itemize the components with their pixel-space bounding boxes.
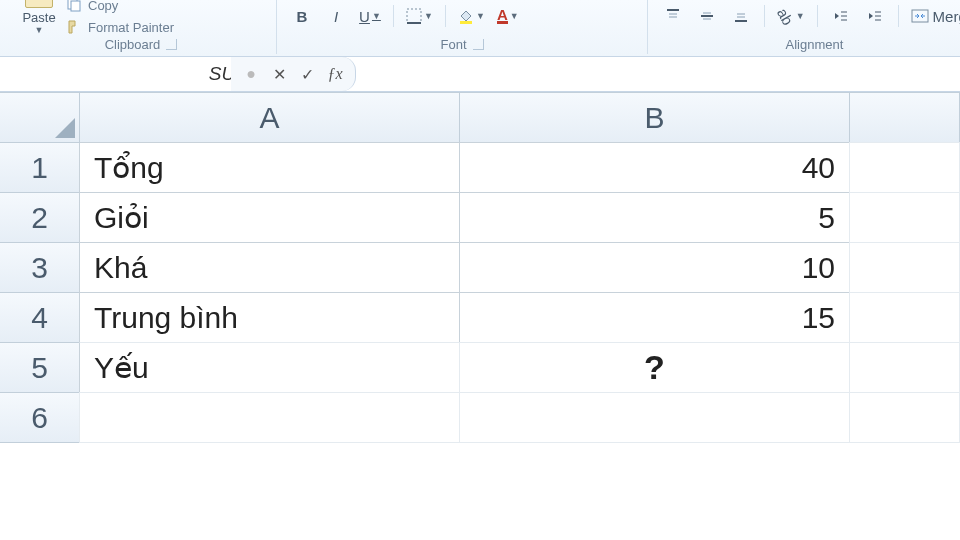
cell-C6[interactable] [849, 392, 960, 443]
increase-indent-icon [867, 8, 883, 24]
font-color-icon: A [497, 9, 508, 24]
clipboard-mini-column: Copy Format Painter [66, 0, 174, 36]
font-color-button[interactable]: A ▼ [493, 3, 523, 29]
decrease-indent-icon [833, 8, 849, 24]
cell-B2[interactable]: 5 [459, 192, 850, 243]
separator [817, 5, 818, 27]
cell-A3[interactable]: Khá [79, 242, 460, 293]
decrease-indent-button[interactable] [826, 3, 856, 29]
row-header-1[interactable]: 1 [0, 142, 80, 193]
chevron-down-icon: ▼ [476, 11, 485, 21]
cell-C5[interactable] [849, 342, 960, 393]
cell-A1[interactable]: Tổng [79, 142, 460, 193]
group-font: B I U▼ ▼ ▼ A ▼ [277, 0, 648, 54]
dialog-launcher-icon[interactable] [166, 39, 177, 50]
italic-button[interactable]: I [321, 3, 351, 29]
cell-A4[interactable]: Trung bình [79, 292, 460, 343]
cell-A2[interactable]: Giỏi [79, 192, 460, 243]
format-painter-label: Format Painter [88, 20, 174, 35]
separator [898, 5, 899, 27]
cell-C4[interactable] [849, 292, 960, 343]
col-header-A[interactable]: A [79, 92, 460, 143]
paintbrush-icon [66, 19, 82, 35]
cell-B4[interactable]: 15 [459, 292, 850, 343]
borders-icon [406, 8, 422, 24]
clipboard-icon [25, 0, 53, 8]
svg-rect-1 [71, 1, 80, 11]
bucket-icon [458, 8, 474, 24]
cancel-button[interactable]: ✕ [267, 62, 291, 86]
cell-B1[interactable]: 40 [459, 142, 850, 193]
formula-bar: ▼ ● ✕ ✓ ƒx [0, 57, 960, 92]
ribbon: Paste ▼ Copy Format Painter [0, 0, 960, 57]
merge-label: Merg [933, 8, 960, 25]
merge-button[interactable]: Merg [907, 3, 960, 29]
cell-B5[interactable]: ? [459, 342, 850, 393]
formula-input[interactable] [356, 57, 960, 91]
align-top-icon [665, 8, 681, 24]
row-header-2[interactable]: 2 [0, 192, 80, 243]
separator [445, 5, 446, 27]
underline-button[interactable]: U▼ [355, 3, 385, 29]
underline-label: U [359, 8, 370, 25]
formula-controls: ● ✕ ✓ ƒx [231, 57, 356, 91]
group-label-alignment: Alignment [785, 37, 843, 52]
align-top-button[interactable] [658, 3, 688, 29]
orientation-icon: ab [774, 5, 797, 28]
row-header-3[interactable]: 3 [0, 242, 80, 293]
chevron-down-icon: ▼ [424, 11, 433, 21]
group-clipboard: Paste ▼ Copy Format Painter [6, 0, 277, 54]
svg-rect-4 [460, 21, 472, 24]
row-header-6[interactable]: 6 [0, 392, 80, 443]
borders-button[interactable]: ▼ [402, 3, 437, 29]
select-all-corner[interactable] [0, 92, 80, 143]
name-box-input[interactable] [0, 57, 263, 91]
cell-A5[interactable]: Yếu [79, 342, 460, 393]
paste-label: Paste [22, 10, 55, 25]
copy-button[interactable]: Copy [66, 0, 174, 14]
chevron-down-icon: ▼ [510, 11, 519, 21]
separator [393, 5, 394, 27]
align-bottom-button[interactable] [726, 3, 756, 29]
group-alignment: ab▼ Merg Alignment [648, 0, 960, 54]
cell-C2[interactable] [849, 192, 960, 243]
merge-icon [911, 8, 929, 24]
copy-label: Copy [88, 0, 118, 13]
align-bottom-icon [733, 8, 749, 24]
increase-indent-button[interactable] [860, 3, 890, 29]
cell-C3[interactable] [849, 242, 960, 293]
row-header-4[interactable]: 4 [0, 292, 80, 343]
svg-rect-20 [912, 10, 928, 22]
row-header-5[interactable]: 5 [0, 342, 80, 393]
copy-icon [66, 0, 82, 13]
chevron-down-icon: ▼ [372, 11, 381, 21]
cell-B6[interactable] [459, 392, 850, 443]
align-middle-button[interactable] [692, 3, 722, 29]
fill-color-button[interactable]: ▼ [454, 3, 489, 29]
chevron-down-icon: ▼ [796, 11, 805, 21]
bold-button[interactable]: B [287, 3, 317, 29]
spreadsheet-grid: A B 1 Tổng 40 2 Giỏi 5 3 Khá 10 4 Trung … [0, 93, 960, 443]
align-middle-icon [699, 8, 715, 24]
cell-A6[interactable] [79, 392, 460, 443]
col-header-C[interactable] [849, 92, 960, 143]
enter-button[interactable]: ✓ [295, 62, 319, 86]
group-label-clipboard: Clipboard [105, 37, 161, 52]
cell-B3[interactable]: 10 [459, 242, 850, 293]
insert-function-button[interactable]: ƒx [323, 62, 347, 86]
ribbon-groups: Paste ▼ Copy Format Painter [6, 0, 954, 54]
orientation-button[interactable]: ab▼ [773, 3, 809, 29]
cell-C1[interactable] [849, 142, 960, 193]
group-label-font: Font [440, 37, 466, 52]
col-header-B[interactable]: B [459, 92, 850, 143]
dialog-launcher-icon[interactable] [473, 39, 484, 50]
separator [764, 5, 765, 27]
name-box[interactable]: ▼ [0, 57, 231, 91]
name-range-button[interactable]: ● [239, 62, 263, 86]
svg-rect-2 [407, 9, 421, 23]
